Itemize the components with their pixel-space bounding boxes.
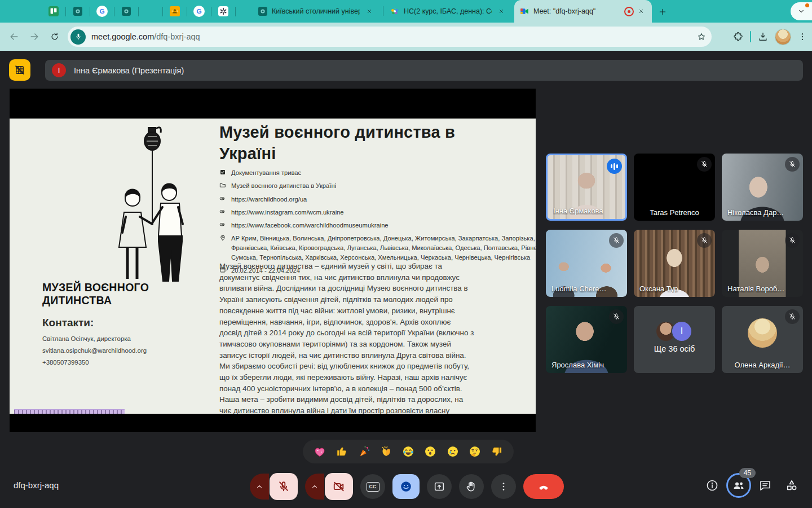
leave-call-button[interactable] (523, 474, 564, 499)
more-options-button[interactable] (491, 474, 516, 499)
tab-title: Київський столичний універ (272, 7, 360, 15)
mic-options-chevron[interactable] (250, 474, 269, 500)
gemini-icon[interactable] (144, 5, 157, 17)
participant-tile[interactable]: Оксана Тур (634, 230, 715, 297)
audio-level-icon (607, 159, 622, 174)
captions-button[interactable]: CC (360, 474, 385, 499)
crying-face-icon[interactable] (445, 444, 460, 459)
mic-off-icon (609, 309, 624, 324)
toolbar-divider (750, 31, 751, 42)
bookmark-star-icon[interactable] (696, 32, 707, 42)
reactions-button[interactable] (392, 474, 420, 499)
close-icon[interactable] (636, 6, 646, 16)
activities-button[interactable] (779, 473, 804, 498)
overflow-avatars: I (656, 321, 692, 342)
camera-control-group (305, 473, 353, 500)
slide-title: Музей воєнного дитинства в Україні (219, 122, 496, 164)
classroom-icon[interactable] (169, 5, 181, 17)
participants-grid: Інна Єрмакова Taras Petrenco Ніколаєва Д… (546, 154, 803, 373)
mic-off-icon (609, 233, 624, 248)
extensions-icon[interactable] (732, 31, 744, 42)
slide-body-text: Музей воєнного дитинства – єдиний музей … (219, 261, 474, 414)
recording-indicator-icon (624, 7, 634, 16)
browser-tab-bar: G G Київський столичний універ НС(2 курс… (0, 0, 812, 23)
google-meet-window: G G Київський столичний універ НС(2 курс… (0, 0, 812, 508)
course-icon (258, 7, 267, 16)
tab-university[interactable]: Київський столичний універ (253, 0, 380, 23)
captions-icon: CC (367, 482, 379, 492)
course-icon[interactable] (72, 5, 84, 17)
participant-tile[interactable]: Олена Аркадії… (722, 306, 803, 373)
reload-button[interactable] (46, 28, 63, 45)
back-button[interactable] (6, 28, 23, 45)
tab-search-button[interactable] (791, 2, 812, 20)
highlighted-link-strip (14, 409, 125, 414)
google-icon[interactable]: G (193, 5, 205, 17)
sparkling-heart-icon[interactable] (312, 444, 327, 459)
participant-tile[interactable]: Ярослава Хіміч (546, 306, 627, 373)
thumbs-down-icon[interactable] (489, 444, 504, 459)
present-screen-button[interactable] (427, 474, 452, 499)
svg-text:G: G (99, 7, 104, 15)
clapping-hands-icon[interactable] (379, 444, 394, 459)
trello-icon[interactable] (47, 5, 60, 17)
people-panel-button[interactable]: 45 (726, 473, 751, 498)
tab-title: Meet: "dfq-bxrj-aqq" (533, 7, 619, 15)
participant-tile-speaking[interactable]: Інна Єрмакова (546, 154, 627, 221)
detail-status: Документування триває (231, 168, 301, 178)
mic-control-group (250, 473, 298, 500)
camera-off-button[interactable] (325, 473, 353, 500)
meeting-panels: 45 (700, 473, 804, 498)
participant-name: Ніколаєва Дар… (727, 208, 784, 217)
raise-hand-button[interactable] (459, 474, 484, 499)
tab-meet-active[interactable]: Meet: "dfq-bxrj-aqq" (514, 0, 652, 23)
link-icon (219, 208, 226, 215)
address-bar[interactable]: meet.google.com/dfq-bxrj-aqq (68, 27, 712, 47)
meeting-details-button[interactable] (700, 473, 725, 498)
participant-tile[interactable]: Taras Petrenco (634, 154, 715, 221)
chatgpt-icon[interactable] (217, 5, 230, 17)
laughing-face-icon[interactable] (401, 444, 416, 459)
participant-tile[interactable]: Наталія Вороб… (722, 230, 803, 297)
profile-avatar[interactable] (775, 29, 791, 45)
participant-tile[interactable]: Ніколаєва Дар… (722, 154, 803, 221)
tab-title: НС(2 курс, ІБАС, денна): Се (404, 7, 492, 15)
close-icon[interactable] (496, 6, 506, 16)
participant-name: Оксана Тур (639, 284, 678, 293)
contact-person: Світлана Осіпчук, директорка (42, 335, 131, 342)
avatar: I (671, 321, 692, 342)
pinned-tabs: G G (47, 0, 241, 23)
participant-name: Ludmila Chere… (551, 284, 607, 293)
close-icon[interactable] (364, 6, 374, 16)
new-tab-button[interactable] (655, 5, 670, 19)
course-icon[interactable] (120, 5, 133, 17)
detail-instagram: https://www.instagram.com/wcm.ukraine (231, 208, 344, 217)
browser-menu-icon[interactable] (797, 32, 807, 42)
meeting-code: dfq-bxrj-aqq (14, 480, 59, 490)
mic-off-button[interactable] (270, 473, 298, 500)
download-icon[interactable] (757, 31, 769, 42)
participant-tile[interactable]: Ludmila Chere… (546, 230, 627, 297)
thinking-face-icon[interactable] (467, 444, 482, 459)
participant-name: Ярослава Хіміч (551, 361, 604, 369)
google-icon[interactable]: G (96, 5, 108, 17)
tab-course[interactable]: НС(2 курс, ІБАС, денна): Се (385, 0, 512, 23)
link-icon (219, 221, 226, 228)
mic-permission-icon[interactable] (70, 29, 86, 45)
surprised-face-icon[interactable] (423, 444, 438, 459)
grid-off-button[interactable] (9, 59, 30, 81)
detail-website: https://warchildhood.org/ua (231, 195, 307, 204)
shared-screen[interactable]: Музей воєнного дитинства в Україні Докум… (10, 89, 536, 432)
mic-off-icon (785, 233, 800, 248)
forward-button[interactable] (26, 28, 43, 45)
party-popper-icon[interactable] (357, 444, 372, 459)
presentation-slide: Музей воєнного дитинства в Україні Докум… (10, 119, 536, 414)
chat-panel-button[interactable] (753, 473, 778, 498)
url-host: meet.google.com (91, 32, 154, 41)
presenter-banner[interactable]: I Інна Єрмакова (Презентація) (45, 60, 803, 81)
participant-name: Наталія Вороб… (727, 284, 784, 293)
more-participants-tile[interactable]: I Ще 36 осіб (634, 306, 715, 373)
camera-options-chevron[interactable] (305, 474, 324, 500)
reactions-bar (303, 440, 514, 463)
thumbs-up-icon[interactable] (334, 444, 349, 459)
